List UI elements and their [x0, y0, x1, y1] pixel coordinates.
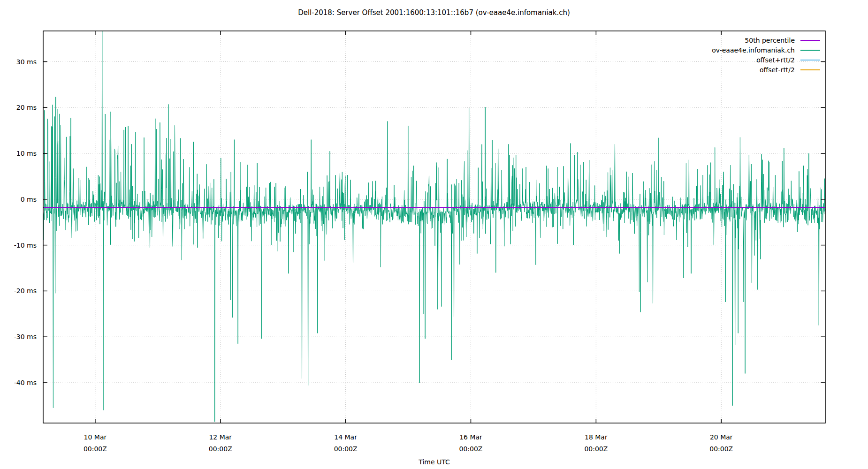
x-tick-time: 00:00Z — [563, 443, 629, 455]
x-tick-label: 10 Mar00:00Z — [62, 431, 128, 455]
x-tick-label: 20 Mar00:00Z — [688, 431, 754, 455]
x-tick-date: 12 Mar — [188, 431, 253, 443]
legend-label: 50th percentile — [745, 37, 795, 44]
legend-entry: offset-rtt/2 — [760, 65, 820, 75]
y-tick-label: -40 ms — [0, 378, 37, 387]
legend-entry: offset+rtt/2 — [756, 55, 820, 65]
y-tick-label: 0 ms — [0, 195, 37, 204]
x-tick-date: 14 Mar — [313, 431, 379, 443]
legend-label: offset+rtt/2 — [756, 56, 795, 64]
y-tick-label: -20 ms — [0, 286, 37, 295]
y-tick-label: -30 ms — [0, 332, 37, 341]
legend-label: ov-eaae4e.infomaniak.ch — [712, 46, 795, 54]
y-tick-label: 10 ms — [0, 149, 37, 158]
x-tick-label: 14 Mar00:00Z — [313, 431, 379, 455]
x-tick-time: 00:00Z — [313, 443, 379, 455]
x-tick-time: 00:00Z — [62, 443, 128, 455]
y-tick-label: 20 ms — [0, 103, 37, 112]
ntpviz-offset-chart: Dell-2018: Server Offset 2001:1600:13:10… — [0, 0, 868, 469]
x-tick-date: 20 Mar — [688, 431, 754, 443]
x-tick-label: 12 Mar00:00Z — [188, 431, 253, 455]
legend-entry: 50th percentile — [745, 36, 820, 45]
x-tick-date: 18 Mar — [563, 431, 629, 443]
y-tick-label: 30 ms — [0, 57, 37, 67]
legend-entry: ov-eaae4e.infomaniak.ch — [712, 45, 820, 55]
plot-border — [43, 31, 825, 423]
x-tick-date: 10 Mar — [62, 431, 128, 443]
x-tick-label: 16 Mar00:00Z — [438, 431, 503, 455]
legend-line-sample — [800, 60, 820, 61]
x-axis-title: Time UTC — [43, 458, 825, 466]
x-tick-time: 00:00Z — [688, 443, 754, 455]
x-tick-time: 00:00Z — [438, 443, 503, 455]
legend-line-sample — [800, 50, 820, 51]
legend-label: offset-rtt/2 — [760, 66, 795, 74]
x-tick-label: 18 Mar00:00Z — [563, 431, 629, 455]
plot-area — [0, 0, 868, 469]
x-tick-time: 00:00Z — [188, 443, 253, 455]
y-tick-label: -10 ms — [0, 241, 37, 250]
offset-series-line — [43, 31, 825, 422]
x-tick-date: 16 Mar — [438, 431, 503, 443]
legend-line-sample — [800, 40, 820, 41]
legend-line-sample — [800, 69, 820, 70]
